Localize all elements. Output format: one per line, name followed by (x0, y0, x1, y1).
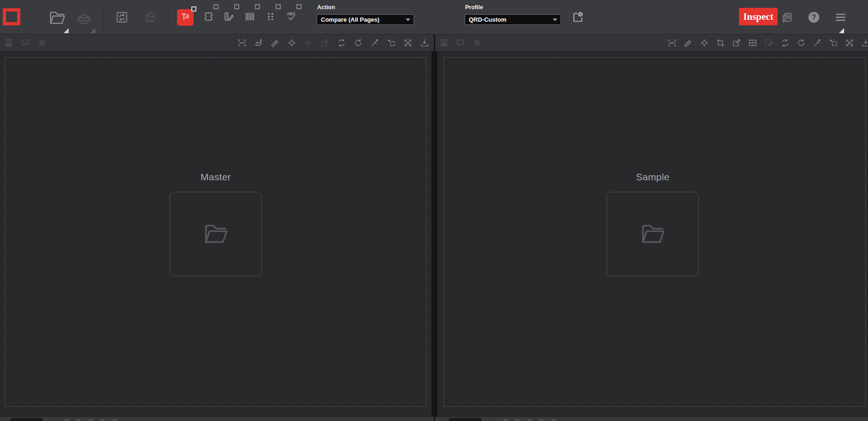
bottom-tool-icon[interactable] (65, 419, 69, 421)
comments-button (455, 38, 466, 48)
top-toolbar: ABC Action Compare (All Pages) Profile Q… (0, 0, 868, 35)
run-button-group (115, 0, 157, 35)
bottom-tool-icon[interactable] (515, 419, 520, 421)
rotate-tool-button[interactable] (353, 38, 363, 48)
master-view-tools (4, 35, 47, 51)
action-label: Action (317, 4, 335, 11)
brightness-button (472, 38, 482, 48)
profile-settings-button[interactable] (571, 10, 585, 24)
master-edit-tools: OCR (237, 35, 430, 51)
braille-mode-icon (265, 11, 277, 24)
eyedropper-tool-button[interactable] (370, 38, 380, 48)
report-button[interactable] (781, 11, 793, 24)
ocr-tool-button[interactable]: OCR (667, 38, 677, 48)
menu-dropdown-corner-icon[interactable] (839, 28, 844, 33)
spellcheck-inspection-mode-button[interactable]: ABC (285, 12, 297, 24)
page-indicator-box[interactable] (449, 418, 481, 421)
svg-text:OCR: OCR (669, 42, 675, 44)
open-file-dropdown-corner-icon[interactable] (64, 28, 69, 33)
svg-text:?: ? (812, 13, 816, 21)
export-image-button[interactable] (861, 38, 868, 48)
app-logo-icon (3, 8, 20, 25)
expand-tool-button[interactable] (403, 38, 413, 48)
bottom-tool-icon[interactable] (89, 419, 93, 421)
add-region-tool-button[interactable] (828, 38, 838, 48)
master-canvas: Master (0, 52, 431, 416)
window-button-group: ? (781, 0, 847, 35)
graphics-mode-icon (202, 11, 214, 24)
sample-canvas: Sample (437, 52, 868, 416)
mode-checkbox[interactable] (234, 4, 239, 9)
comments-button (20, 38, 30, 48)
text-mode-icon (180, 11, 191, 24)
help-button[interactable]: ? (808, 11, 820, 24)
profile-select-value: QRD-Custom (469, 16, 507, 23)
bottom-tool-icon[interactable] (100, 419, 105, 421)
rotate-tool-button[interactable] (796, 38, 806, 48)
open-file-button[interactable] (48, 8, 66, 27)
master-page-tools (65, 419, 117, 421)
braille-inspection-mode-button[interactable] (265, 12, 277, 24)
annotate-region-tool-button (764, 38, 774, 48)
bottom-tool-icon[interactable] (503, 419, 508, 421)
expand-tool-button[interactable] (844, 38, 855, 48)
export-image-button[interactable] (419, 38, 430, 48)
ocr-tool-button[interactable]: OCR (237, 38, 247, 48)
scan-dropdown-corner-icon (90, 28, 95, 33)
action-select[interactable]: Compare (All Pages) (317, 14, 414, 25)
crosshair-tool-button[interactable] (699, 38, 709, 48)
folder-icon (636, 219, 670, 249)
brightness-button (37, 38, 47, 48)
bottom-tool-icon[interactable] (77, 419, 81, 421)
spellcheck-mode-icon: ABC (285, 11, 297, 24)
color-inspection-mode-button[interactable] (223, 12, 235, 24)
graphics-inspection-mode-button[interactable] (202, 12, 214, 24)
split-compare-tool-button[interactable] (748, 38, 758, 48)
profile-label: Profile (465, 4, 483, 11)
bottom-tool-icon[interactable] (551, 419, 555, 421)
master-panel-title: Master (0, 172, 431, 183)
sample-view-tools (439, 35, 482, 51)
mode-checkbox[interactable] (296, 4, 301, 9)
crop-tool-button[interactable] (715, 38, 726, 48)
toolbar-divider (103, 2, 104, 32)
master-open-file-tile[interactable] (170, 192, 262, 276)
barcode-mode-icon (244, 11, 256, 24)
bottom-tool-icon[interactable] (527, 419, 531, 421)
page-indicator-box[interactable] (10, 418, 42, 421)
crosshair-tool-button[interactable] (287, 38, 297, 48)
toolbar-divider (169, 2, 169, 32)
barcode-inspection-mode-button[interactable] (244, 12, 256, 24)
sample-panel-title: Sample (437, 172, 868, 183)
menu-button[interactable] (834, 11, 847, 24)
master-panel-toolbar: OCR (0, 35, 434, 52)
chevron-down-icon (406, 18, 410, 21)
bottom-tool-icon[interactable] (539, 419, 543, 421)
mode-checkbox[interactable] (276, 4, 281, 9)
sample-page-tools (503, 419, 555, 421)
measure-tool-button[interactable] (683, 38, 693, 48)
mode-checkbox[interactable] (191, 6, 196, 12)
flip-tool-button[interactable] (780, 38, 790, 48)
sample-open-file-tile[interactable] (607, 192, 699, 276)
add-region-tool-button[interactable] (386, 38, 396, 48)
save-document-button (439, 38, 449, 48)
text-inspection-mode-button[interactable] (177, 9, 194, 26)
flip-tool-button[interactable] (337, 38, 347, 48)
panel-divider (434, 35, 435, 421)
extract-region-tool-button[interactable] (732, 38, 742, 48)
file-button-group (48, 0, 93, 35)
scan-button (75, 8, 93, 27)
sync-compare-button[interactable] (115, 11, 129, 24)
chevron-down-icon (553, 18, 557, 21)
mode-checkbox[interactable] (255, 4, 260, 9)
select-region-tool-button[interactable] (254, 38, 264, 48)
measure-tool-button[interactable] (270, 38, 280, 48)
profile-select[interactable]: QRD-Custom (465, 14, 561, 25)
toolbar-divider (307, 2, 307, 32)
send-pages-button (144, 11, 157, 24)
bottom-tool-icon[interactable] (112, 419, 117, 421)
mode-checkbox[interactable] (213, 4, 218, 9)
inspect-button[interactable]: Inspect (739, 8, 778, 25)
eyedropper-tool-button[interactable] (812, 38, 822, 48)
